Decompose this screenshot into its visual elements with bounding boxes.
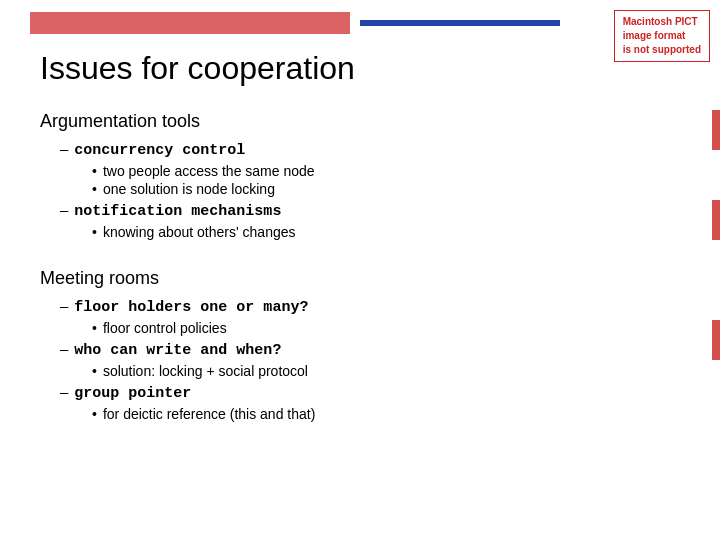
red-bar-2 xyxy=(712,200,720,240)
bullets-concurrency: • two people access the same node • one … xyxy=(92,163,600,197)
argumentation-title: Argumentation tools xyxy=(40,111,600,132)
bullet-item: • knowing about others' changes xyxy=(92,224,600,240)
top-banner xyxy=(0,0,720,38)
bullet-symbol: • xyxy=(92,181,97,197)
section-meeting-rooms: Meeting rooms – floor holders one or man… xyxy=(40,268,600,422)
dash-label-write: who can write and when? xyxy=(74,342,281,359)
bullet-text-concurrency-1: two people access the same node xyxy=(103,163,315,179)
main-content: Issues for cooperation Argumentation too… xyxy=(40,50,600,426)
bullets-notification: • knowing about others' changes xyxy=(92,224,600,240)
dash-symbol-floor: – xyxy=(60,297,68,314)
bullets-floor: • floor control policies xyxy=(92,320,600,336)
section-argumentation: Argumentation tools – concurrency contro… xyxy=(40,111,600,240)
bullet-item: • for deictic reference (this and that) xyxy=(92,406,600,422)
bullets-group: • for deictic reference (this and that) xyxy=(92,406,600,422)
bullet-text-write-1: solution: locking + social protocol xyxy=(103,363,308,379)
bullet-symbol: • xyxy=(92,224,97,240)
banner-red-bar xyxy=(30,12,350,34)
dash-item-notification: – notification mechanisms xyxy=(60,201,600,220)
bullet-text-notification-1: knowing about others' changes xyxy=(103,224,296,240)
bullet-symbol: • xyxy=(92,320,97,336)
bullets-write: • solution: locking + social protocol xyxy=(92,363,600,379)
slide-title: Issues for cooperation xyxy=(40,50,600,87)
dash-item-write: – who can write and when? xyxy=(60,340,600,359)
bullet-item: • solution: locking + social protocol xyxy=(92,363,600,379)
section-gap xyxy=(40,244,600,260)
banner-blue-bar xyxy=(360,20,560,26)
bullet-item: • one solution is node locking xyxy=(92,181,600,197)
pict-line2: image format xyxy=(623,30,686,41)
dash-symbol-concurrency: – xyxy=(60,140,68,157)
pict-notice: Macintosh PICT image format is not suppo… xyxy=(614,10,710,62)
bullet-symbol: • xyxy=(92,406,97,422)
dash-item-floor: – floor holders one or many? xyxy=(60,297,600,316)
pict-line3: is not supported xyxy=(623,44,701,55)
slide: Macintosh PICT image format is not suppo… xyxy=(0,0,720,540)
dash-label-floor: floor holders one or many? xyxy=(74,299,308,316)
dash-label-concurrency: concurrency control xyxy=(74,142,245,159)
dash-symbol-group: – xyxy=(60,383,68,400)
dash-symbol-notification: – xyxy=(60,201,68,218)
dash-item-group: – group pointer xyxy=(60,383,600,402)
bullet-item: • floor control policies xyxy=(92,320,600,336)
bullet-text-concurrency-2: one solution is node locking xyxy=(103,181,275,197)
bullet-symbol: • xyxy=(92,363,97,379)
dash-label-notification: notification mechanisms xyxy=(74,203,281,220)
bullet-text-group-1: for deictic reference (this and that) xyxy=(103,406,315,422)
dash-label-group: group pointer xyxy=(74,385,191,402)
meeting-rooms-title: Meeting rooms xyxy=(40,268,600,289)
dash-item-concurrency: – concurrency control xyxy=(60,140,600,159)
red-bar-3 xyxy=(712,320,720,360)
dash-symbol-write: – xyxy=(60,340,68,357)
red-bar-1 xyxy=(712,110,720,150)
bullet-symbol: • xyxy=(92,163,97,179)
pict-line1: Macintosh PICT xyxy=(623,16,698,27)
bullet-item: • two people access the same node xyxy=(92,163,600,179)
bullet-text-floor-1: floor control policies xyxy=(103,320,227,336)
